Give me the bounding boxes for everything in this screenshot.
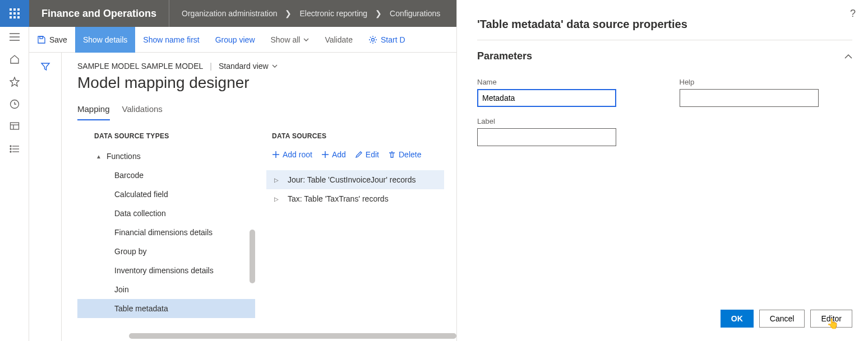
tree-item[interactable]: Barcode bbox=[77, 166, 255, 185]
data-source-types-column: DATA SOURCE TYPES ▲ Functions Barcode Ca… bbox=[77, 129, 255, 330]
chevron-down-icon bbox=[303, 38, 309, 41]
pencil-icon bbox=[355, 151, 363, 158]
caret-right-icon: ▷ bbox=[274, 177, 282, 183]
tree-item[interactable]: Inventory dimensions details bbox=[77, 261, 255, 280]
filter-strip bbox=[29, 53, 62, 341]
svg-point-23 bbox=[371, 38, 374, 41]
breadcrumb-item[interactable]: Electronic reporting bbox=[299, 9, 367, 18]
svg-rect-8 bbox=[17, 16, 20, 18]
tree-item[interactable]: Data collection bbox=[77, 204, 255, 223]
caret-down-icon: ▲ bbox=[94, 153, 103, 160]
app-launcher-button[interactable] bbox=[0, 0, 29, 27]
page-context: SAMPLE MODEL SAMPLE MODEL | Standard vie… bbox=[77, 62, 444, 71]
show-all-dropdown[interactable]: Show all bbox=[263, 27, 317, 53]
ok-button[interactable]: OK bbox=[721, 310, 754, 328]
svg-point-18 bbox=[10, 148, 11, 150]
tree-item[interactable]: Financial dimensions details bbox=[77, 223, 255, 242]
breadcrumb-item[interactable]: Configurations bbox=[390, 9, 440, 18]
view-selector[interactable]: Standard view bbox=[219, 62, 278, 71]
svg-rect-2 bbox=[17, 8, 20, 11]
svg-rect-5 bbox=[17, 12, 20, 15]
breadcrumb: Organization administration ❯ Electronic… bbox=[169, 9, 453, 18]
clock-icon[interactable] bbox=[9, 99, 20, 110]
label-field: Label bbox=[477, 117, 650, 146]
tab-validations[interactable]: Validations bbox=[122, 104, 163, 120]
trash-icon bbox=[388, 151, 396, 158]
cancel-button[interactable]: Cancel bbox=[759, 310, 805, 328]
app-title: Finance and Operations bbox=[29, 0, 169, 27]
svg-point-16 bbox=[10, 146, 11, 147]
plus-icon bbox=[272, 151, 280, 158]
column-header: DATA SOURCES bbox=[266, 129, 444, 147]
add-root-button[interactable]: Add root bbox=[272, 150, 312, 159]
help-icon[interactable]: ? bbox=[850, 8, 856, 20]
svg-rect-22 bbox=[40, 36, 43, 39]
save-button[interactable]: Save bbox=[29, 27, 75, 53]
chevron-down-icon bbox=[272, 64, 278, 68]
tree-item[interactable]: Group by bbox=[77, 242, 255, 261]
svg-rect-6 bbox=[10, 16, 12, 18]
hamburger-icon[interactable] bbox=[9, 31, 20, 43]
group-view-button[interactable]: Group view bbox=[207, 27, 263, 53]
filter-icon[interactable] bbox=[40, 62, 50, 341]
tree-item[interactable]: Calculated field bbox=[77, 185, 255, 204]
data-source-row[interactable]: ▷ Tax: Table 'TaxTrans' records bbox=[266, 189, 444, 208]
start-button[interactable]: Start D bbox=[361, 27, 413, 53]
left-rail bbox=[0, 27, 29, 341]
star-icon[interactable] bbox=[9, 76, 20, 87]
workspace-icon[interactable] bbox=[9, 121, 20, 132]
list-icon[interactable] bbox=[9, 143, 20, 155]
scrollbar[interactable] bbox=[250, 230, 255, 283]
validate-button[interactable]: Validate bbox=[317, 27, 361, 53]
svg-rect-1 bbox=[13, 8, 16, 11]
chevron-right-icon: ❯ bbox=[285, 9, 292, 18]
data-sources-column: DATA SOURCES Add root Add Edit Delete bbox=[266, 129, 444, 330]
panel-title: 'Table metadata' data source properties bbox=[477, 18, 852, 31]
caret-right-icon: ▷ bbox=[274, 196, 282, 202]
delete-button[interactable]: Delete bbox=[388, 150, 421, 159]
help-input[interactable] bbox=[680, 89, 819, 107]
tab-bar: Mapping Validations bbox=[77, 104, 444, 121]
svg-rect-4 bbox=[13, 12, 16, 15]
edit-button[interactable]: Edit bbox=[355, 150, 379, 159]
editor-button[interactable]: Editor bbox=[810, 310, 852, 328]
column-header: DATA SOURCE TYPES bbox=[77, 129, 255, 147]
properties-panel: ? 'Table metadata' data source propertie… bbox=[456, 0, 868, 341]
command-bar: Save Show details Show name first Group … bbox=[29, 27, 456, 53]
svg-point-20 bbox=[10, 151, 11, 152]
waffle-icon bbox=[10, 8, 20, 18]
breadcrumb-item[interactable]: Organization administration bbox=[182, 9, 277, 18]
tree-item-table-metadata[interactable]: Table metadata bbox=[77, 299, 255, 318]
tree-node-functions[interactable]: ▲ Functions bbox=[77, 147, 255, 166]
gear-icon bbox=[368, 35, 377, 44]
show-details-button[interactable]: Show details bbox=[75, 27, 135, 53]
horizontal-scrollbar[interactable] bbox=[129, 333, 456, 339]
name-input[interactable] bbox=[477, 89, 616, 107]
help-field: Help bbox=[680, 78, 853, 107]
main-content: SAMPLE MODEL SAMPLE MODEL | Standard vie… bbox=[62, 53, 456, 341]
name-field: Name bbox=[477, 78, 650, 107]
plus-icon bbox=[321, 151, 329, 158]
svg-rect-7 bbox=[13, 16, 16, 18]
page-title: Model mapping designer bbox=[77, 74, 444, 92]
label-input[interactable] bbox=[477, 128, 616, 146]
svg-rect-0 bbox=[10, 8, 12, 11]
data-source-row[interactable]: ▷ Jour: Table 'CustInvoiceJour' records bbox=[266, 170, 444, 189]
section-toggle-parameters[interactable]: Parameters bbox=[477, 50, 852, 62]
model-path: SAMPLE MODEL SAMPLE MODEL bbox=[77, 62, 203, 71]
chevron-up-icon bbox=[844, 54, 852, 59]
add-button[interactable]: Add bbox=[321, 150, 346, 159]
svg-rect-13 bbox=[10, 123, 19, 129]
svg-rect-3 bbox=[10, 12, 12, 15]
show-name-first-button[interactable]: Show name first bbox=[135, 27, 207, 53]
chevron-right-icon: ❯ bbox=[375, 9, 382, 18]
home-icon[interactable] bbox=[9, 54, 20, 65]
save-icon bbox=[37, 35, 46, 44]
tree-item[interactable]: Join bbox=[77, 280, 255, 299]
tab-mapping[interactable]: Mapping bbox=[77, 104, 110, 120]
